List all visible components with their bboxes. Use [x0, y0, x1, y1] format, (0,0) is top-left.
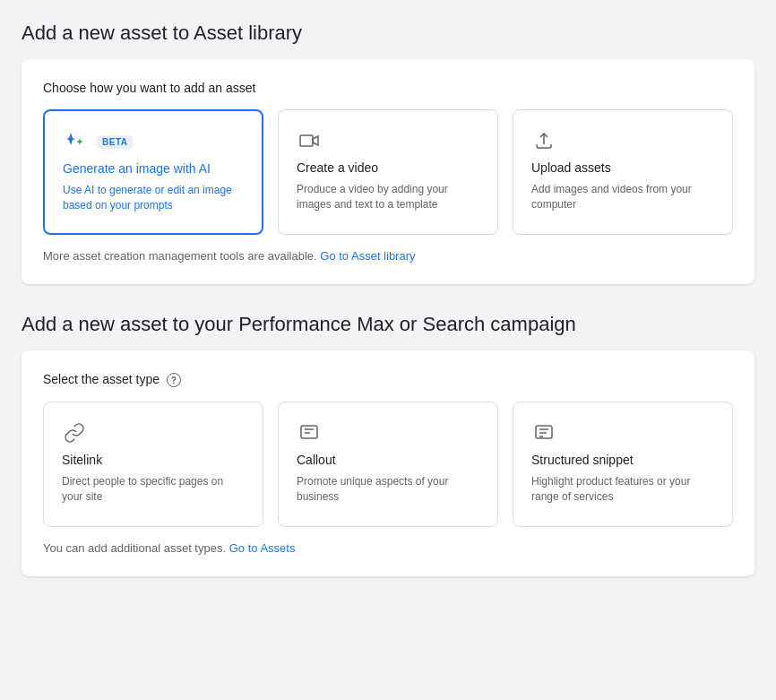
section1-footer-link[interactable]: Go to Asset library	[320, 249, 415, 263]
section2-footer: You can add additional asset types. Go t…	[43, 541, 733, 555]
section1-footer-text: More asset creation management tools are…	[43, 249, 317, 263]
generate-ai-icon-row: BETA	[63, 129, 244, 154]
sitelink-desc: Direct people to specific pages on your …	[62, 474, 245, 505]
callout-title: Callout	[297, 453, 479, 467]
svg-rect-0	[300, 135, 313, 146]
upload-icon	[531, 128, 556, 153]
option-sitelink[interactable]: Sitelink Direct people to specific pages…	[43, 402, 263, 527]
sitelink-icon	[62, 420, 87, 445]
svg-rect-1	[301, 426, 317, 438]
option-structured-snippet[interactable]: Structured snippet Highlight product fea…	[513, 402, 733, 527]
structured-snippet-desc: Highlight product features or your range…	[531, 474, 714, 505]
section2-footer-text: You can add additional asset types.	[43, 541, 226, 555]
callout-icon	[297, 420, 322, 445]
upload-assets-desc: Add images and videos from your computer	[531, 182, 714, 212]
section2-options-grid: Sitelink Direct people to specific pages…	[43, 402, 733, 527]
upload-assets-title: Upload assets	[531, 160, 714, 175]
create-video-desc: Produce a video by adding your images an…	[297, 182, 479, 212]
generate-ai-desc: Use AI to generate or edit an image base…	[63, 183, 244, 213]
create-video-title: Create a video	[297, 160, 479, 175]
generate-ai-title: Generate an image with AI	[63, 161, 244, 176]
option-generate-ai[interactable]: BETA Generate an image with AI Use AI to…	[43, 109, 263, 235]
beta-badge: BETA	[97, 135, 133, 149]
callout-desc: Promote unique aspects of your business	[297, 474, 479, 505]
option-create-video[interactable]: Create a video Produce a video by adding…	[278, 109, 498, 235]
section2-footer-link[interactable]: Go to Assets	[229, 541, 296, 555]
structured-snippet-icon	[531, 420, 556, 445]
svg-rect-2	[536, 426, 552, 438]
help-icon[interactable]: ?	[167, 373, 181, 387]
section2-title: Add a new asset to your Performance Max …	[22, 313, 754, 336]
structured-snippet-title: Structured snippet	[531, 453, 714, 467]
video-icon	[297, 128, 322, 153]
section1-footer: More asset creation management tools are…	[43, 249, 733, 263]
option-upload-assets[interactable]: Upload assets Add images and videos from…	[513, 109, 733, 235]
option-callout[interactable]: Callout Promote unique aspects of your b…	[278, 402, 498, 527]
sitelink-title: Sitelink	[62, 453, 245, 467]
section1-title: Add a new asset to Asset library	[22, 22, 754, 45]
section2-subtitle-text: Select the asset type	[43, 372, 160, 386]
section1-options-grid: BETA Generate an image with AI Use AI to…	[43, 109, 733, 235]
section2-card-subtitle: Select the asset type ?	[43, 372, 733, 387]
section1-card-subtitle: Choose how you want to add an asset	[43, 81, 733, 95]
ai-icon	[63, 129, 88, 154]
section2-card: Select the asset type ? Sitelink Direct …	[22, 350, 754, 576]
section1-card: Choose how you want to add an asset BETA…	[22, 59, 754, 284]
